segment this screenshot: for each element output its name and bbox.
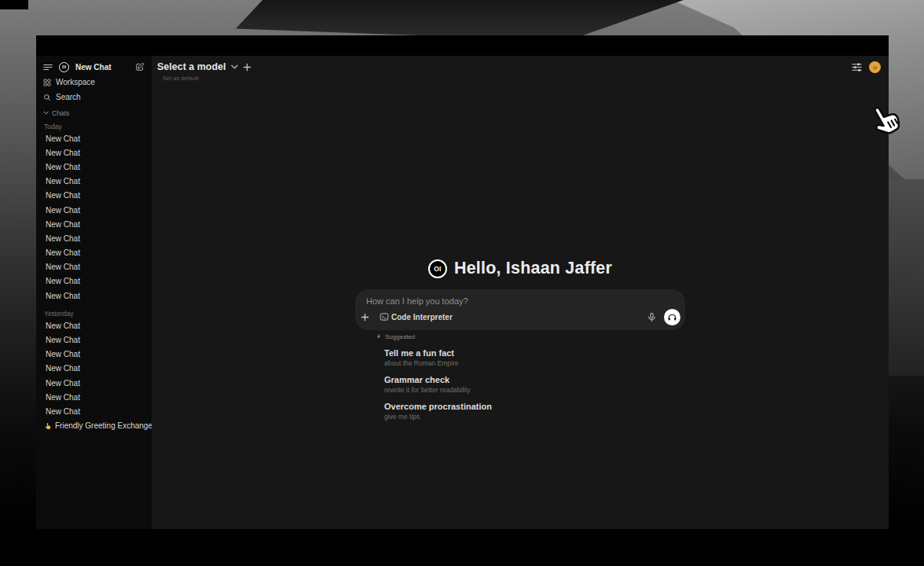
search-label: Search (56, 93, 81, 101)
app-logo: OI (59, 62, 69, 72)
screen: OI New Chat (0, 0, 924, 566)
chevron-down-icon (231, 64, 238, 69)
chat-list-item[interactable]: New Chat (36, 217, 152, 231)
suggested-prompt[interactable]: Overcome procrastination give me tips (355, 402, 685, 421)
sidebar: OI New Chat (36, 56, 152, 529)
suggested-prompt[interactable]: Grammar check rewrite it for better read… (355, 375, 685, 394)
topbar-right: IJ (851, 61, 881, 73)
microphone-icon[interactable] (647, 312, 657, 322)
settings-sliders-icon[interactable] (851, 61, 863, 73)
chat-group-label-today: Today (36, 121, 152, 131)
app-window: OI New Chat (36, 35, 889, 529)
model-selector[interactable]: Select a model (157, 61, 251, 72)
chat-list-item[interactable]: New Chat (36, 333, 152, 347)
chat-list-item[interactable]: New Chat (36, 362, 152, 376)
named-chat-title: Friendly Greeting Exchange (55, 421, 152, 430)
chat-list-yesterday: New Chat New Chat New Chat New Chat New … (36, 318, 152, 418)
chat-list-today: New Chat New Chat New Chat New Chat New … (36, 131, 152, 303)
sidebar-title: New Chat (75, 63, 112, 72)
greeting: OI Hello, Ishaan Jaffer (152, 259, 889, 278)
chat-list-item-named[interactable]: Friendly Greeting Exchange (36, 419, 152, 433)
headphones-icon (667, 312, 677, 322)
chevron-down-icon (43, 111, 49, 115)
voice-call-button[interactable] (664, 309, 680, 325)
add-model-icon[interactable] (243, 63, 251, 72)
suggested-prompt-subtitle: give me tips (384, 413, 685, 421)
grid-icon (43, 79, 51, 86)
wave-hand-icon (44, 422, 52, 430)
chat-group-label-yesterday: Yesterday (36, 308, 152, 318)
new-chat-icon[interactable] (135, 62, 145, 72)
chats-section-label: Chats (52, 109, 69, 117)
sidebar-item-search[interactable]: Search (36, 90, 152, 105)
wallpaper-facet (0, 541, 924, 566)
chat-list-item[interactable]: New Chat (36, 203, 152, 217)
suggested-list: Tell me a fun fact about the Roman Empir… (355, 348, 685, 421)
chat-list-item[interactable]: New Chat (36, 246, 152, 260)
suggested-prompt-subtitle: rewrite it for better readability (384, 386, 685, 394)
suggested-label: Suggested (385, 333, 415, 340)
message-composer: Code Interpreter (355, 289, 685, 330)
greeting-text: Hello, Ishaan Jaffer (454, 259, 612, 278)
message-input[interactable] (355, 289, 685, 308)
window-titlebar (36, 35, 889, 56)
attach-plus-icon[interactable] (361, 313, 369, 322)
chat-list-item[interactable]: New Chat (36, 390, 152, 404)
suggested-prompt-title: Overcome procrastination (384, 402, 685, 412)
suggested-section: Suggested Tell me a fun fact about the R… (355, 333, 685, 421)
code-interpreter-icon (380, 312, 389, 322)
workspace-label: Workspace (56, 78, 95, 86)
chat-list-item[interactable]: New Chat (36, 274, 152, 289)
chat-list-item[interactable]: New Chat (36, 260, 152, 274)
app-logo: OI (428, 259, 447, 278)
sidebar-header: OI New Chat (36, 59, 152, 75)
chat-list-item[interactable]: New Chat (36, 347, 152, 362)
chat-list-item[interactable]: New Chat (36, 145, 152, 160)
suggested-header: Suggested (355, 333, 685, 340)
search-icon (43, 94, 51, 101)
model-selector-label: Select a model (157, 61, 226, 72)
chat-list-item[interactable]: New Chat (36, 376, 152, 390)
code-interpreter-label: Code Interpreter (391, 313, 453, 322)
chat-list-item[interactable]: New Chat (36, 175, 152, 189)
code-interpreter-toggle[interactable]: Code Interpreter (380, 312, 453, 322)
bolt-icon (376, 333, 382, 340)
suggested-prompt-title: Tell me a fun fact (384, 348, 685, 358)
user-avatar[interactable]: IJ (869, 61, 881, 73)
suggested-prompt[interactable]: Tell me a fun fact about the Roman Empir… (355, 348, 685, 367)
wallpaper-facet (0, 0, 28, 9)
wallpaper-facet (889, 179, 924, 376)
app-body: OI New Chat (36, 56, 889, 529)
chat-list-item[interactable]: New Chat (36, 318, 152, 333)
suggested-prompt-title: Grammar check (384, 375, 685, 385)
sidebar-toggle-icon[interactable] (43, 64, 53, 71)
set-as-default-link[interactable]: Set as default (163, 75, 199, 82)
chat-list-item[interactable]: New Chat (36, 289, 152, 303)
chat-list-item[interactable]: New Chat (36, 231, 152, 245)
sidebar-item-workspace[interactable]: Workspace (36, 75, 152, 90)
chat-list-item[interactable]: New Chat (36, 160, 152, 174)
chat-list-item[interactable]: New Chat (36, 131, 152, 145)
chat-list-item[interactable]: New Chat (36, 404, 152, 418)
main-area: Select a model Set as default (152, 56, 889, 529)
chats-section-toggle[interactable]: Chats (36, 108, 152, 118)
composer-toolbar: Code Interpreter (361, 308, 680, 325)
suggested-prompt-subtitle: about the Roman Empire (384, 359, 685, 367)
chat-list-item[interactable]: New Chat (36, 189, 152, 203)
